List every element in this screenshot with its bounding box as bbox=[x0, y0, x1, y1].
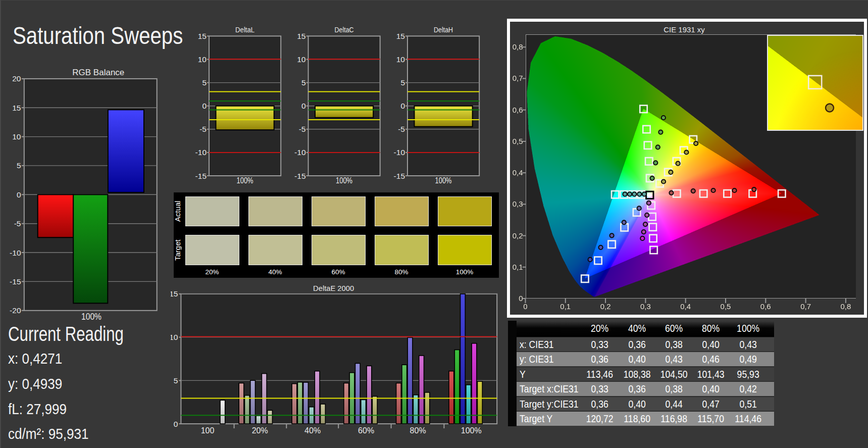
svg-text:100%: 100% bbox=[461, 426, 482, 435]
svg-text:-15: -15 bbox=[294, 172, 305, 180]
svg-text:0,1: 0,1 bbox=[513, 263, 523, 271]
svg-text:-10: -10 bbox=[294, 148, 306, 157]
svg-text:-15: -15 bbox=[195, 172, 207, 180]
svg-text:15: 15 bbox=[171, 289, 178, 298]
svg-text:-15: -15 bbox=[394, 172, 405, 180]
svg-text:0,5: 0,5 bbox=[513, 137, 523, 145]
svg-text:80%: 80% bbox=[410, 426, 426, 435]
svg-text:0,1: 0,1 bbox=[560, 302, 571, 311]
svg-text:-15: -15 bbox=[10, 277, 21, 286]
svg-text:-5: -5 bbox=[299, 125, 306, 133]
svg-text:DeltaC: DeltaC bbox=[335, 25, 354, 34]
svg-text:-10: -10 bbox=[195, 148, 207, 157]
svg-text:0,2: 0,2 bbox=[513, 231, 523, 240]
svg-text:0,2: 0,2 bbox=[600, 302, 611, 311]
svg-text:DeltaE 2000: DeltaE 2000 bbox=[313, 284, 354, 292]
svg-text:0: 0 bbox=[519, 294, 523, 303]
svg-text:5: 5 bbox=[174, 376, 178, 385]
svg-text:100%: 100% bbox=[336, 176, 352, 185]
svg-text:0,7: 0,7 bbox=[800, 302, 811, 311]
svg-text:10: 10 bbox=[297, 55, 306, 64]
svg-text:0,6: 0,6 bbox=[760, 302, 771, 311]
svg-text:DeltaL: DeltaL bbox=[235, 25, 254, 34]
svg-text:5: 5 bbox=[400, 78, 405, 87]
svg-text:20: 20 bbox=[12, 74, 21, 83]
svg-text:5: 5 bbox=[202, 78, 207, 87]
svg-text:10: 10 bbox=[171, 333, 178, 341]
svg-text:0,8: 0,8 bbox=[513, 42, 523, 51]
svg-text:15: 15 bbox=[396, 32, 405, 40]
svg-text:5: 5 bbox=[17, 161, 21, 170]
svg-text:5: 5 bbox=[301, 78, 306, 87]
svg-text:0,3: 0,3 bbox=[640, 302, 651, 311]
svg-text:0,7: 0,7 bbox=[513, 74, 523, 82]
svg-text:100%: 100% bbox=[81, 311, 101, 322]
svg-text:DeltaH: DeltaH bbox=[434, 25, 453, 34]
svg-text:40%: 40% bbox=[304, 426, 321, 435]
svg-text:10: 10 bbox=[396, 55, 405, 64]
svg-text:-20: -20 bbox=[10, 306, 21, 315]
svg-text:100: 100 bbox=[201, 426, 215, 435]
svg-text:0: 0 bbox=[17, 190, 21, 199]
svg-text:0: 0 bbox=[400, 102, 405, 110]
svg-text:0: 0 bbox=[301, 102, 306, 110]
svg-text:0,3: 0,3 bbox=[513, 200, 523, 208]
svg-text:-10: -10 bbox=[10, 248, 21, 257]
svg-text:-10: -10 bbox=[394, 148, 405, 157]
svg-text:20%: 20% bbox=[252, 426, 268, 435]
svg-text:0,8: 0,8 bbox=[840, 302, 851, 311]
svg-text:60%: 60% bbox=[358, 426, 374, 435]
svg-text:-5: -5 bbox=[398, 125, 405, 133]
svg-text:10: 10 bbox=[12, 132, 21, 141]
svg-text:-5: -5 bbox=[199, 125, 207, 133]
svg-text:0,4: 0,4 bbox=[680, 302, 691, 311]
svg-text:10: 10 bbox=[198, 55, 207, 64]
svg-text:15: 15 bbox=[12, 104, 21, 112]
svg-text:100%: 100% bbox=[435, 176, 452, 185]
svg-text:0,4: 0,4 bbox=[513, 168, 523, 177]
svg-text:0: 0 bbox=[523, 302, 527, 311]
svg-text:15: 15 bbox=[297, 32, 305, 40]
svg-text:100%: 100% bbox=[237, 176, 253, 185]
svg-text:15: 15 bbox=[198, 32, 207, 40]
svg-text:0,6: 0,6 bbox=[513, 106, 523, 114]
svg-text:0: 0 bbox=[202, 102, 207, 110]
svg-text:RGB Balance: RGB Balance bbox=[72, 68, 124, 77]
svg-text:-5: -5 bbox=[14, 219, 21, 228]
svg-text:0: 0 bbox=[174, 420, 178, 428]
svg-text:0,5: 0,5 bbox=[721, 302, 731, 311]
